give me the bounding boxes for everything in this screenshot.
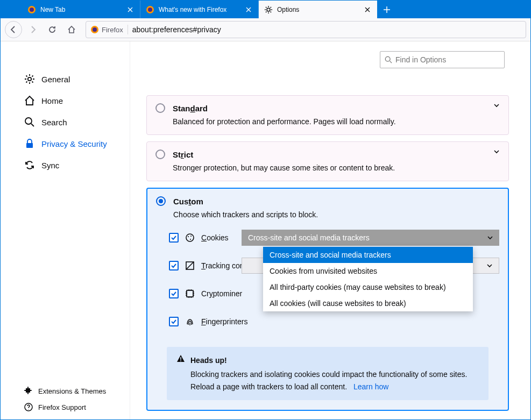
firefox-icon xyxy=(146,5,154,14)
navigation-toolbar: Firefox about:preferences#privacy xyxy=(1,18,530,41)
reload-button[interactable] xyxy=(44,21,61,38)
checkbox-cookies[interactable] xyxy=(169,233,179,243)
sidebar-item-privacy[interactable]: Privacy & Security xyxy=(1,133,130,154)
firefox-icon xyxy=(27,5,36,14)
svg-point-14 xyxy=(190,236,192,237)
find-in-options[interactable] xyxy=(380,51,505,68)
chevron-down-icon xyxy=(487,261,492,270)
tab-options[interactable]: Options xyxy=(259,1,377,18)
dropdown-option[interactable]: All third-party cookies (may cause websi… xyxy=(263,279,473,295)
heads-up-info: Heads up! Blocking trackers and isolatin… xyxy=(167,347,488,400)
tab-label: New Tab xyxy=(40,6,122,13)
card-description: Choose which trackers and scripts to blo… xyxy=(147,208,508,227)
card-title: Custom xyxy=(173,197,203,206)
url-text: about:preferences#privacy xyxy=(132,25,221,34)
home-icon xyxy=(24,95,35,106)
dropdown-option[interactable]: All cookies (will cause websites to brea… xyxy=(263,295,473,311)
cookies-dropdown: Cross-site and social media trackers Coo… xyxy=(263,247,473,311)
forward-button xyxy=(24,21,41,38)
svg-point-1 xyxy=(30,8,34,12)
find-input[interactable] xyxy=(395,55,500,64)
chevron-down-icon xyxy=(487,233,493,242)
svg-point-4 xyxy=(267,8,270,11)
lock-icon xyxy=(24,138,35,149)
gear-icon xyxy=(24,74,35,84)
radio-standard[interactable] xyxy=(155,103,165,113)
sync-icon xyxy=(24,160,35,170)
preferences-sidebar: General Home Search Privacy & Security S… xyxy=(1,41,130,420)
svg-point-15 xyxy=(190,239,191,240)
tab-label: Options xyxy=(277,6,359,13)
separator xyxy=(128,25,128,34)
svg-point-18 xyxy=(180,360,181,361)
preferences-content: Standard Balanced for protection and per… xyxy=(130,41,530,420)
sidebar-item-home[interactable]: Home xyxy=(1,90,130,111)
sidebar-item-label: General xyxy=(41,75,70,84)
svg-point-12 xyxy=(186,234,194,241)
puzzle-icon xyxy=(24,387,33,395)
tracking-label: Tracking con xyxy=(201,261,244,270)
chevron-down-icon[interactable] xyxy=(493,101,500,111)
tab-whats-new[interactable]: What's new with Firefox xyxy=(140,1,259,18)
sidebar-item-sync[interactable]: Sync xyxy=(1,154,130,176)
svg-point-11 xyxy=(385,56,390,61)
radio-strict[interactable] xyxy=(155,150,165,159)
sidebar-item-label: Sync xyxy=(41,161,59,170)
svg-point-7 xyxy=(28,77,31,81)
url-bar[interactable]: Firefox about:preferences#privacy xyxy=(86,21,526,38)
footer-label: Extensions & Themes xyxy=(38,387,106,395)
gear-icon xyxy=(264,5,273,14)
footer-extensions[interactable]: Extensions & Themes xyxy=(1,383,130,399)
identity-box[interactable]: Firefox xyxy=(90,25,123,34)
learn-how-link[interactable]: Learn how xyxy=(353,382,388,391)
protection-card-standard[interactable]: Standard Balanced for protection and per… xyxy=(146,95,509,135)
sidebar-item-label: Search xyxy=(41,118,67,127)
card-title: Standard xyxy=(173,104,208,113)
svg-rect-9 xyxy=(26,143,33,148)
svg-point-8 xyxy=(25,118,32,124)
tab-close-icon[interactable] xyxy=(244,5,253,14)
back-button[interactable] xyxy=(5,21,22,38)
search-icon xyxy=(24,117,35,127)
sidebar-item-general[interactable]: General xyxy=(1,68,130,90)
cryptominer-icon xyxy=(185,289,195,298)
firefox-logo-icon xyxy=(90,25,99,34)
dropdown-option[interactable]: Cross-site and social media trackers xyxy=(263,247,473,263)
checkbox-fingerprinters[interactable] xyxy=(169,317,179,326)
tab-close-icon[interactable] xyxy=(126,5,134,14)
info-body: Blocking trackers and isolating cookies … xyxy=(190,370,467,390)
checkbox-cryptominers[interactable] xyxy=(169,289,179,298)
fingerprint-icon xyxy=(185,317,195,326)
sidebar-item-label: Home xyxy=(41,96,63,105)
search-icon xyxy=(385,56,392,63)
card-description: Balanced for protection and performance.… xyxy=(147,115,508,134)
protection-card-custom[interactable]: Custom Choose which trackers and scripts… xyxy=(146,188,509,411)
footer-label: Firefox Support xyxy=(38,403,86,411)
fingerprinters-label: Fingerprinters xyxy=(201,317,247,326)
sidebar-item-search[interactable]: Search xyxy=(1,111,130,133)
protection-card-strict[interactable]: Strict Stronger protection, but may caus… xyxy=(146,141,509,181)
info-title: Heads up! xyxy=(190,354,227,366)
sidebar-item-label: Privacy & Security xyxy=(41,139,107,148)
checkbox-tracking[interactable] xyxy=(169,261,179,270)
cryptominers-label: Cryptominer xyxy=(201,289,242,298)
home-button[interactable] xyxy=(63,21,80,38)
svg-point-13 xyxy=(188,236,189,237)
radio-custom[interactable] xyxy=(156,196,166,206)
tracking-icon xyxy=(185,261,195,270)
tab-strip: New Tab What's new with Firefox Options xyxy=(1,1,530,18)
dropdown-option[interactable]: Cookies from unvisited websites xyxy=(263,263,473,279)
svg-rect-17 xyxy=(187,290,193,297)
new-tab-button[interactable] xyxy=(377,1,397,18)
card-description: Stronger protection, but may cause some … xyxy=(147,161,508,181)
tab-close-icon[interactable] xyxy=(363,5,372,14)
cookies-label: Cookies xyxy=(201,233,229,242)
cookies-select[interactable]: Cross-site and social media trackers xyxy=(242,230,499,246)
tab-new-tab[interactable]: New Tab xyxy=(22,1,140,18)
svg-point-6 xyxy=(93,27,97,32)
select-value: Cross-site and social media trackers xyxy=(248,233,370,242)
footer-support[interactable]: Firefox Support xyxy=(1,399,130,415)
chevron-down-icon[interactable] xyxy=(493,147,500,157)
tab-label: What's new with Firefox xyxy=(159,6,240,13)
card-title: Strict xyxy=(173,150,193,159)
